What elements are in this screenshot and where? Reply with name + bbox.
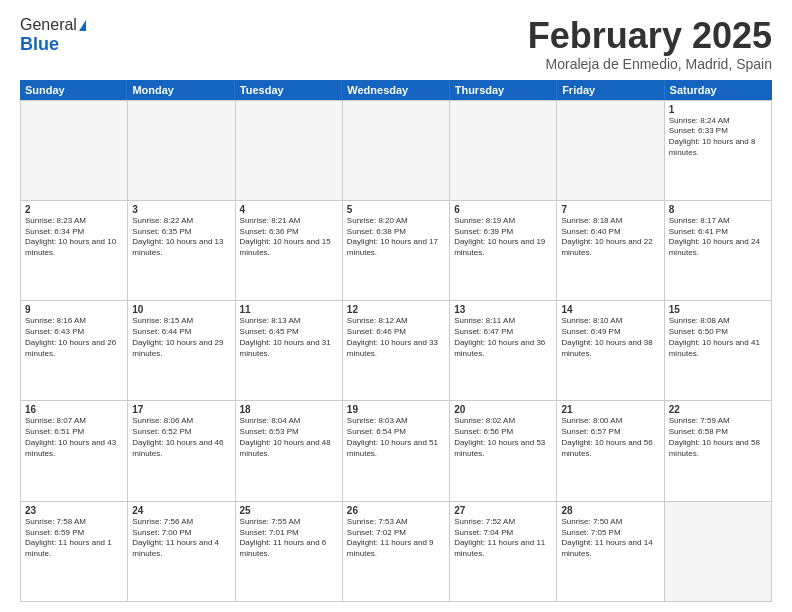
day-cell-21: 21Sunrise: 8:00 AM Sunset: 6:57 PM Dayli… bbox=[557, 401, 664, 501]
day-number-5: 5 bbox=[347, 204, 445, 215]
day-cell-10: 10Sunrise: 8:15 AM Sunset: 6:44 PM Dayli… bbox=[128, 301, 235, 401]
day-cell-8: 8Sunrise: 8:17 AM Sunset: 6:41 PM Daylig… bbox=[665, 201, 772, 301]
header-tuesday: Tuesday bbox=[235, 80, 342, 100]
header-saturday: Saturday bbox=[665, 80, 772, 100]
day-info-26: Sunrise: 7:53 AM Sunset: 7:02 PM Dayligh… bbox=[347, 517, 445, 560]
day-cell-22: 22Sunrise: 7:59 AM Sunset: 6:58 PM Dayli… bbox=[665, 401, 772, 501]
day-number-15: 15 bbox=[669, 304, 767, 315]
empty-cell bbox=[450, 101, 557, 201]
day-number-13: 13 bbox=[454, 304, 552, 315]
day-number-26: 26 bbox=[347, 505, 445, 516]
empty-cell bbox=[128, 101, 235, 201]
day-number-10: 10 bbox=[132, 304, 230, 315]
day-info-24: Sunrise: 7:56 AM Sunset: 7:00 PM Dayligh… bbox=[132, 517, 230, 560]
location: Moraleja de Enmedio, Madrid, Spain bbox=[528, 56, 772, 72]
day-number-23: 23 bbox=[25, 505, 123, 516]
day-info-16: Sunrise: 8:07 AM Sunset: 6:51 PM Dayligh… bbox=[25, 416, 123, 459]
day-cell-27: 27Sunrise: 7:52 AM Sunset: 7:04 PM Dayli… bbox=[450, 502, 557, 602]
week-row-5: 23Sunrise: 7:58 AM Sunset: 6:59 PM Dayli… bbox=[21, 502, 772, 602]
day-number-19: 19 bbox=[347, 404, 445, 415]
day-number-1: 1 bbox=[669, 104, 767, 115]
day-cell-9: 9Sunrise: 8:16 AM Sunset: 6:43 PM Daylig… bbox=[21, 301, 128, 401]
day-cell-13: 13Sunrise: 8:11 AM Sunset: 6:47 PM Dayli… bbox=[450, 301, 557, 401]
day-cell-5: 5Sunrise: 8:20 AM Sunset: 6:38 PM Daylig… bbox=[343, 201, 450, 301]
day-number-6: 6 bbox=[454, 204, 552, 215]
day-cell-4: 4Sunrise: 8:21 AM Sunset: 6:36 PM Daylig… bbox=[236, 201, 343, 301]
day-cell-16: 16Sunrise: 8:07 AM Sunset: 6:51 PM Dayli… bbox=[21, 401, 128, 501]
logo-blue: Blue bbox=[20, 34, 59, 55]
day-info-13: Sunrise: 8:11 AM Sunset: 6:47 PM Dayligh… bbox=[454, 316, 552, 359]
day-cell-1: 1Sunrise: 8:24 AM Sunset: 6:33 PM Daylig… bbox=[665, 101, 772, 201]
empty-cell bbox=[343, 101, 450, 201]
day-number-24: 24 bbox=[132, 505, 230, 516]
day-number-28: 28 bbox=[561, 505, 659, 516]
day-info-21: Sunrise: 8:00 AM Sunset: 6:57 PM Dayligh… bbox=[561, 416, 659, 459]
day-number-21: 21 bbox=[561, 404, 659, 415]
calendar-header: Sunday Monday Tuesday Wednesday Thursday… bbox=[20, 80, 772, 100]
day-cell-25: 25Sunrise: 7:55 AM Sunset: 7:01 PM Dayli… bbox=[236, 502, 343, 602]
day-number-9: 9 bbox=[25, 304, 123, 315]
day-number-17: 17 bbox=[132, 404, 230, 415]
day-cell-24: 24Sunrise: 7:56 AM Sunset: 7:00 PM Dayli… bbox=[128, 502, 235, 602]
day-number-4: 4 bbox=[240, 204, 338, 215]
header-thursday: Thursday bbox=[450, 80, 557, 100]
week-row-4: 16Sunrise: 8:07 AM Sunset: 6:51 PM Dayli… bbox=[21, 401, 772, 501]
day-cell-26: 26Sunrise: 7:53 AM Sunset: 7:02 PM Dayli… bbox=[343, 502, 450, 602]
month-title: February 2025 bbox=[528, 16, 772, 56]
week-row-1: 1Sunrise: 8:24 AM Sunset: 6:33 PM Daylig… bbox=[21, 101, 772, 201]
day-info-15: Sunrise: 8:08 AM Sunset: 6:50 PM Dayligh… bbox=[669, 316, 767, 359]
day-info-12: Sunrise: 8:12 AM Sunset: 6:46 PM Dayligh… bbox=[347, 316, 445, 359]
day-info-5: Sunrise: 8:20 AM Sunset: 6:38 PM Dayligh… bbox=[347, 216, 445, 259]
day-cell-18: 18Sunrise: 8:04 AM Sunset: 6:53 PM Dayli… bbox=[236, 401, 343, 501]
day-cell-3: 3Sunrise: 8:22 AM Sunset: 6:35 PM Daylig… bbox=[128, 201, 235, 301]
page: General Blue February 2025 Moraleja de E… bbox=[0, 0, 792, 612]
day-info-20: Sunrise: 8:02 AM Sunset: 6:56 PM Dayligh… bbox=[454, 416, 552, 459]
day-number-3: 3 bbox=[132, 204, 230, 215]
day-info-9: Sunrise: 8:16 AM Sunset: 6:43 PM Dayligh… bbox=[25, 316, 123, 359]
day-info-7: Sunrise: 8:18 AM Sunset: 6:40 PM Dayligh… bbox=[561, 216, 659, 259]
day-info-1: Sunrise: 8:24 AM Sunset: 6:33 PM Dayligh… bbox=[669, 116, 767, 159]
day-cell-12: 12Sunrise: 8:12 AM Sunset: 6:46 PM Dayli… bbox=[343, 301, 450, 401]
day-info-2: Sunrise: 8:23 AM Sunset: 6:34 PM Dayligh… bbox=[25, 216, 123, 259]
day-cell-17: 17Sunrise: 8:06 AM Sunset: 6:52 PM Dayli… bbox=[128, 401, 235, 501]
week-row-2: 2Sunrise: 8:23 AM Sunset: 6:34 PM Daylig… bbox=[21, 201, 772, 301]
empty-cell bbox=[236, 101, 343, 201]
logo-general: General bbox=[20, 16, 77, 34]
calendar-body: 1Sunrise: 8:24 AM Sunset: 6:33 PM Daylig… bbox=[20, 100, 772, 602]
day-info-6: Sunrise: 8:19 AM Sunset: 6:39 PM Dayligh… bbox=[454, 216, 552, 259]
header-monday: Monday bbox=[127, 80, 234, 100]
day-number-11: 11 bbox=[240, 304, 338, 315]
day-info-3: Sunrise: 8:22 AM Sunset: 6:35 PM Dayligh… bbox=[132, 216, 230, 259]
day-cell-15: 15Sunrise: 8:08 AM Sunset: 6:50 PM Dayli… bbox=[665, 301, 772, 401]
day-info-27: Sunrise: 7:52 AM Sunset: 7:04 PM Dayligh… bbox=[454, 517, 552, 560]
day-cell-11: 11Sunrise: 8:13 AM Sunset: 6:45 PM Dayli… bbox=[236, 301, 343, 401]
day-info-25: Sunrise: 7:55 AM Sunset: 7:01 PM Dayligh… bbox=[240, 517, 338, 560]
day-number-18: 18 bbox=[240, 404, 338, 415]
day-number-7: 7 bbox=[561, 204, 659, 215]
day-cell-14: 14Sunrise: 8:10 AM Sunset: 6:49 PM Dayli… bbox=[557, 301, 664, 401]
day-cell-6: 6Sunrise: 8:19 AM Sunset: 6:39 PM Daylig… bbox=[450, 201, 557, 301]
day-cell-2: 2Sunrise: 8:23 AM Sunset: 6:34 PM Daylig… bbox=[21, 201, 128, 301]
header-sunday: Sunday bbox=[20, 80, 127, 100]
day-info-18: Sunrise: 8:04 AM Sunset: 6:53 PM Dayligh… bbox=[240, 416, 338, 459]
day-cell-20: 20Sunrise: 8:02 AM Sunset: 6:56 PM Dayli… bbox=[450, 401, 557, 501]
logo-triangle-icon bbox=[79, 20, 86, 31]
day-info-11: Sunrise: 8:13 AM Sunset: 6:45 PM Dayligh… bbox=[240, 316, 338, 359]
day-number-20: 20 bbox=[454, 404, 552, 415]
day-number-16: 16 bbox=[25, 404, 123, 415]
header-wednesday: Wednesday bbox=[342, 80, 449, 100]
day-info-28: Sunrise: 7:50 AM Sunset: 7:05 PM Dayligh… bbox=[561, 517, 659, 560]
day-number-22: 22 bbox=[669, 404, 767, 415]
day-info-10: Sunrise: 8:15 AM Sunset: 6:44 PM Dayligh… bbox=[132, 316, 230, 359]
day-info-4: Sunrise: 8:21 AM Sunset: 6:36 PM Dayligh… bbox=[240, 216, 338, 259]
day-number-2: 2 bbox=[25, 204, 123, 215]
empty-cell bbox=[557, 101, 664, 201]
header-friday: Friday bbox=[557, 80, 664, 100]
day-info-17: Sunrise: 8:06 AM Sunset: 6:52 PM Dayligh… bbox=[132, 416, 230, 459]
calendar: Sunday Monday Tuesday Wednesday Thursday… bbox=[20, 80, 772, 602]
title-area: February 2025 Moraleja de Enmedio, Madri… bbox=[528, 16, 772, 72]
header: General Blue February 2025 Moraleja de E… bbox=[20, 16, 772, 72]
day-number-12: 12 bbox=[347, 304, 445, 315]
day-number-27: 27 bbox=[454, 505, 552, 516]
day-cell-23: 23Sunrise: 7:58 AM Sunset: 6:59 PM Dayli… bbox=[21, 502, 128, 602]
